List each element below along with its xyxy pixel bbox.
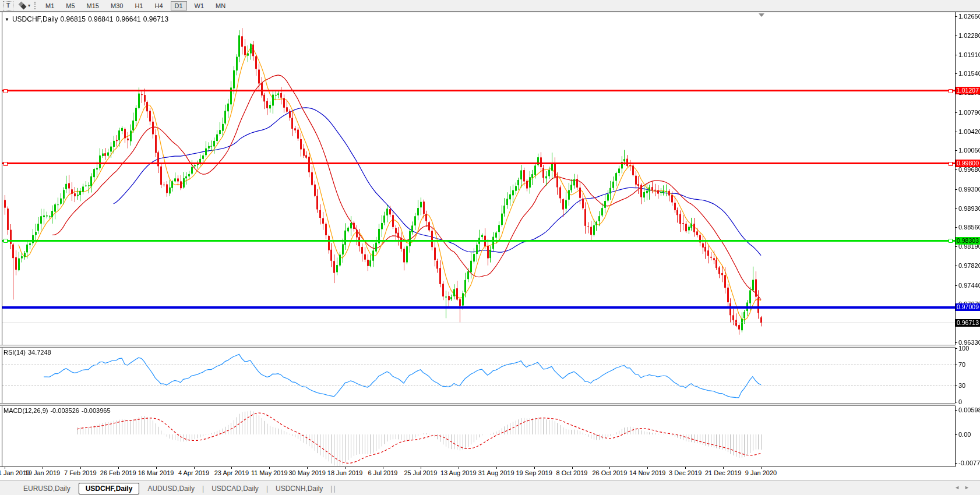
- date-tick-label: 21 Dec 2019: [705, 469, 741, 476]
- chart-tab-usdchf[interactable]: USDCHF,Daily: [79, 483, 140, 494]
- price-tick-label: 1.00790: [958, 109, 980, 116]
- tab-separator: |: [202, 485, 204, 493]
- chart-shift-marker-icon[interactable]: [759, 13, 764, 17]
- date-tick-mark: [307, 467, 308, 469]
- chart-tab-usdcad[interactable]: USDCAD,Daily: [205, 483, 266, 494]
- timeframe-button-d1[interactable]: D1: [171, 1, 187, 10]
- date-tick-label: 26 Oct 2019: [592, 469, 627, 476]
- date-tick-label: 6 Jul 2019: [368, 469, 398, 476]
- date-tick-label: 26 Feb 2019: [100, 469, 136, 476]
- date-tick-label: 14 Nov 2019: [629, 469, 665, 476]
- macd-tick-mark: [955, 463, 957, 464]
- toolbar: T ▾ M1M5M15M30H1H4D1W1MN: [0, 0, 980, 12]
- price-chart-canvas[interactable]: [0, 12, 980, 495]
- objects-icon-dark: [21, 4, 27, 10]
- date-tick-label: 31 Aug 2019: [478, 469, 514, 476]
- price-tick-mark: [955, 189, 957, 190]
- macd-tick-mark: [955, 434, 957, 435]
- tab-scroll-arrows[interactable]: ◄►: [954, 485, 974, 490]
- date-tick-mark: [421, 467, 421, 469]
- macd-signal-value: -0.003965: [82, 407, 111, 414]
- quote-low: 0.96641: [115, 15, 140, 23]
- price-tick-mark: [955, 36, 957, 36]
- rsi-tick-mark: [955, 386, 957, 386]
- chart-tab-audusd[interactable]: AUDUSD,Daily: [140, 483, 202, 494]
- tab-scroll-left-icon[interactable]: ◄: [954, 485, 964, 490]
- horizontal-level-line-0.998[interactable]: [2, 162, 955, 164]
- timeframe-button-m15[interactable]: M15: [83, 1, 103, 10]
- trading-terminal: T ▾ M1M5M15M30H1H4D1W1MN ▼USDCHF,Daily0.…: [0, 0, 980, 495]
- date-tick-label: 16 Mar 2019: [138, 469, 174, 476]
- level-line-handle[interactable]: [949, 89, 953, 93]
- date-tick-label: 13 Aug 2019: [440, 469, 477, 476]
- level-line-handle[interactable]: [3, 162, 8, 166]
- timeframe-button-m1[interactable]: M1: [41, 1, 58, 10]
- bid-price-line: [2, 323, 955, 323]
- tab-separator: |: [330, 485, 332, 493]
- objects-dropdown-button[interactable]: ▾: [19, 2, 30, 9]
- chart-tab-bar: EURUSD,DailyUSDCHF,DailyAUDUSD,Daily|USD…: [0, 480, 980, 495]
- macd-indicator-label: MACD(12,26,9)-0.003526-0.003965: [3, 407, 113, 414]
- timeframe-group: M1M5M15M30H1H4D1W1MN: [41, 1, 233, 10]
- tab-scroll-right-icon[interactable]: ►: [964, 485, 974, 490]
- level-line-handle[interactable]: [3, 89, 8, 93]
- rsi-panel-separator[interactable]: [0, 345, 956, 348]
- macd-name: MACD(12,26,9): [3, 407, 48, 414]
- timeframe-button-mn[interactable]: MN: [211, 1, 230, 10]
- timeframe-button-w1[interactable]: W1: [191, 1, 209, 10]
- timeframe-button-h1[interactable]: H1: [131, 1, 147, 10]
- date-tick-label: 18 Jun 2019: [327, 469, 363, 476]
- date-tick-label: 11 May 2019: [251, 469, 288, 476]
- date-tick-label: 19 Sep 2019: [516, 469, 552, 476]
- quote-high: 0.96841: [88, 15, 113, 23]
- rsi-tick-label: 0: [958, 398, 962, 405]
- toolbar-grip[interactable]: [34, 2, 38, 9]
- date-tick-mark: [156, 467, 157, 469]
- price-tick-mark: [955, 55, 957, 55]
- horizontal-level-line-0.97009[interactable]: [2, 306, 955, 309]
- date-tick-mark: [459, 467, 459, 469]
- price-tick-mark: [955, 73, 957, 74]
- level-line-handle[interactable]: [949, 239, 953, 243]
- rsi-name: RSI(14): [3, 349, 26, 356]
- price-tick-mark: [955, 342, 957, 343]
- date-axis[interactable]: 1 Jan 201919 Jan 20197 Feb 201926 Feb 20…: [0, 467, 980, 480]
- price-tick-mark: [955, 266, 957, 266]
- date-tick-mark: [647, 467, 648, 469]
- timeframe-button-m5[interactable]: M5: [62, 1, 79, 10]
- date-tick-label: 19 Jan 2019: [25, 469, 61, 476]
- price-tick-label: 1.02280: [958, 32, 980, 39]
- date-tick-mark: [496, 467, 497, 469]
- price-tick-label: 0.98930: [958, 205, 980, 212]
- price-tick-mark: [955, 169, 957, 170]
- rsi-tick-label: 30: [958, 382, 965, 389]
- price-tick-label: 1.01910: [958, 51, 980, 58]
- chevron-down-icon: ▼: [5, 17, 9, 22]
- timeframe-button-m30[interactable]: M30: [107, 1, 127, 10]
- level-line-handle[interactable]: [3, 239, 8, 243]
- level-line-handle[interactable]: [949, 162, 953, 166]
- date-tick-mark: [609, 467, 610, 469]
- price-tick-mark: [955, 227, 957, 228]
- timeframe-button-h4[interactable]: H4: [150, 1, 167, 10]
- price-tick-label: 1.00050: [958, 147, 980, 154]
- date-tick-label: 30 May 2019: [288, 469, 326, 476]
- horizontal-level-line-1.01207[interactable]: [2, 90, 955, 91]
- date-tick-mark: [194, 467, 195, 469]
- macd-panel-separator[interactable]: [0, 403, 956, 406]
- date-tick-mark: [118, 467, 119, 469]
- rsi-tick-mark: [955, 348, 957, 349]
- price-tick-mark: [955, 208, 957, 209]
- date-tick-mark: [534, 467, 535, 469]
- horizontal-level-line-0.98303[interactable]: [2, 240, 955, 242]
- price-tag-0-97009: 0.97009: [956, 303, 980, 311]
- chart-tab-eurusd[interactable]: EURUSD,Daily: [16, 483, 77, 494]
- tab-separator: |: [266, 485, 268, 493]
- price-tick-mark: [955, 246, 957, 247]
- rsi-tick-label: 100: [958, 345, 969, 352]
- chart-tab-usdcnh[interactable]: USDCNH,Daily: [269, 483, 330, 494]
- quote-open: 0.96815: [61, 15, 86, 23]
- text-tool-button[interactable]: T: [3, 1, 13, 10]
- rsi-level-line-70: [2, 365, 955, 365]
- date-tick-mark: [383, 467, 383, 469]
